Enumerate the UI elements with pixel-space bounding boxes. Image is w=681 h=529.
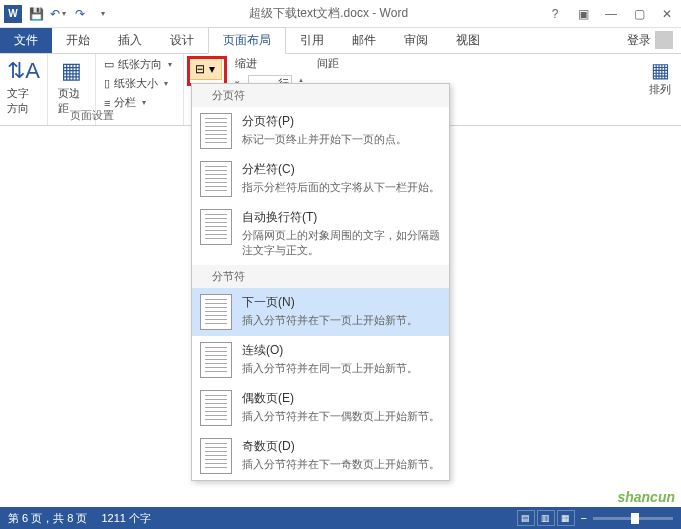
dropdown-item-desc: 插入分节符并在同一页上开始新节。 [242,361,441,376]
qat-customize-icon[interactable]: ▾ [92,4,112,24]
view-web-icon[interactable]: ▦ [557,510,575,526]
help-icon[interactable]: ? [545,4,565,24]
arrange-button[interactable]: ▦ 排列 [639,54,681,125]
breaks-button[interactable]: ⊟▾ [188,58,222,80]
word-icon: W [4,5,22,23]
dropdown-item[interactable]: 分栏符(C)指示分栏符后面的文字将从下一栏开始。 [192,155,449,203]
tab-references[interactable]: 引用 [286,28,338,53]
login-button[interactable]: 登录 [619,27,681,53]
status-bar: 第 6 页，共 8 页 1211 个字 ▤ ▥ ▦ − [0,507,681,529]
break-type-icon [200,161,232,197]
tab-layout[interactable]: 页面布局 [208,27,286,54]
save-icon[interactable]: 💾 [26,4,46,24]
status-words[interactable]: 1211 个字 [101,511,151,526]
dropdown-item-title: 分栏符(C) [242,161,441,178]
view-read-icon[interactable]: ▤ [517,510,535,526]
tab-home[interactable]: 开始 [52,28,104,53]
view-buttons: ▤ ▥ ▦ [517,510,575,526]
dropdown-item[interactable]: 自动换行符(T)分隔网页上的对象周围的文字，如分隔题注文字与正文。 [192,203,449,265]
dropdown-item-desc: 标记一页终止并开始下一页的点。 [242,132,441,147]
watermark: shancun [617,489,675,505]
dropdown-item-desc: 分隔网页上的对象周围的文字，如分隔题注文字与正文。 [242,228,441,259]
dropdown-item[interactable]: 奇数页(D)插入分节符并在下一奇数页上开始新节。 [192,432,449,480]
size-button[interactable]: ▯ 纸张大小▾ [102,75,174,92]
spacing-label: 间距 [317,56,339,71]
dropdown-item-title: 连续(O) [242,342,441,359]
view-print-icon[interactable]: ▥ [537,510,555,526]
dropdown-item-desc: 指示分栏符后面的文字将从下一栏开始。 [242,180,441,195]
dropdown-item[interactable]: 连续(O)插入分节符并在同一页上开始新节。 [192,336,449,384]
tab-insert[interactable]: 插入 [104,28,156,53]
group-label-pagesetup: 页面设置 [70,108,114,123]
close-icon[interactable]: ✕ [657,4,677,24]
status-page[interactable]: 第 6 页，共 8 页 [8,511,87,526]
break-type-icon [200,209,232,245]
dropdown-item-title: 奇数页(D) [242,438,441,455]
dropdown-item[interactable]: 偶数页(E)插入分节符并在下一偶数页上开始新节。 [192,384,449,432]
tab-design[interactable]: 设计 [156,28,208,53]
zoom-out-icon[interactable]: − [581,512,587,524]
text-direction-button[interactable]: ⇅A 文字方向 [3,56,44,118]
avatar-icon [655,31,673,49]
ribbon-tabs: 文件 开始 插入 设计 页面布局 引用 邮件 审阅 视图 登录 [0,28,681,54]
restore-icon[interactable]: ▢ [629,4,649,24]
tab-file[interactable]: 文件 [0,28,52,53]
dropdown-section-page-breaks: 分页符 [192,84,449,107]
dropdown-item-desc: 插入分节符并在下一页上开始新节。 [242,313,441,328]
break-type-icon [200,113,232,149]
dropdown-item-desc: 插入分节符并在下一偶数页上开始新节。 [242,409,441,424]
ribbon-options-icon[interactable]: ▣ [573,4,593,24]
break-type-icon [200,438,232,474]
dropdown-item-desc: 插入分节符并在下一奇数页上开始新节。 [242,457,441,472]
title-bar: W 💾 ↶▾ ↷ ▾ 超级下载text文档.docx - Word ? ▣ — … [0,0,681,28]
breaks-dropdown: 分页符 分页符(P)标记一页终止并开始下一页的点。分栏符(C)指示分栏符后面的文… [191,83,450,481]
dropdown-item-title: 分页符(P) [242,113,441,130]
break-type-icon [200,342,232,378]
minimize-icon[interactable]: — [601,4,621,24]
dropdown-item[interactable]: 分页符(P)标记一页终止并开始下一页的点。 [192,107,449,155]
zoom-slider[interactable] [593,517,673,520]
dropdown-item-title: 偶数页(E) [242,390,441,407]
break-type-icon [200,294,232,330]
tab-review[interactable]: 审阅 [390,28,442,53]
indent-label: 缩进 [235,56,257,71]
breaks-icon: ⊟ [195,62,205,76]
redo-icon[interactable]: ↷ [70,4,90,24]
break-type-icon [200,390,232,426]
dropdown-item-title: 自动换行符(T) [242,209,441,226]
undo-icon[interactable]: ↶▾ [48,4,68,24]
document-title: 超级下载text文档.docx - Word [112,5,545,22]
margins-icon: ▦ [61,58,82,84]
dropdown-item-title: 下一页(N) [242,294,441,311]
orientation-button[interactable]: ▭ 纸张方向▾ [102,56,174,73]
quick-access-toolbar: 💾 ↶▾ ↷ ▾ [26,4,112,24]
tab-view[interactable]: 视图 [442,28,494,53]
dropdown-item[interactable]: 下一页(N)插入分节符并在下一页上开始新节。 [192,288,449,336]
arrange-icon: ▦ [651,58,670,82]
dropdown-section-section-breaks: 分节符 [192,265,449,288]
tab-mailings[interactable]: 邮件 [338,28,390,53]
text-direction-icon: ⇅A [7,58,40,84]
